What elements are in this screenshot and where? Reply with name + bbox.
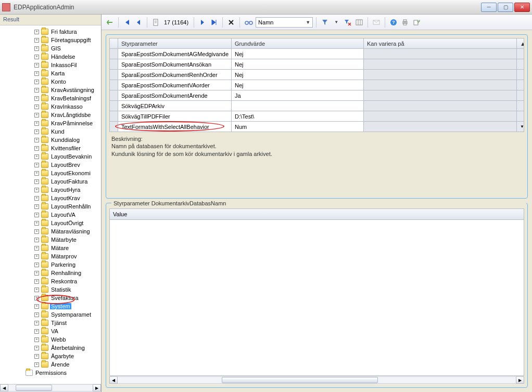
expand-icon[interactable]: + xyxy=(34,88,39,93)
value-header[interactable]: Value xyxy=(109,208,524,220)
tree-item[interactable]: +Kund xyxy=(2,127,101,136)
funnel-dropdown-icon[interactable]: ▼ xyxy=(331,17,341,28)
tree-item[interactable]: +Tjänst xyxy=(2,319,101,327)
expand-icon[interactable]: + xyxy=(34,354,39,359)
cell-grundvarde[interactable]: Num xyxy=(232,122,364,132)
expand-icon[interactable]: + xyxy=(34,196,39,201)
cell-kanvariera[interactable] xyxy=(364,90,517,101)
expand-icon[interactable]: + xyxy=(34,296,39,300)
cell-grundvarde[interactable]: Nej xyxy=(232,80,364,90)
scroll-thumb[interactable] xyxy=(16,385,52,391)
expand-icon[interactable]: + xyxy=(34,30,39,34)
tree-item[interactable]: +Karta xyxy=(2,69,101,77)
expand-icon[interactable]: + xyxy=(34,321,39,325)
scroll-right-button[interactable]: ▶ xyxy=(516,376,524,384)
row-selector[interactable] xyxy=(110,70,118,80)
expand-icon[interactable]: + xyxy=(34,246,39,251)
scroll-left-button[interactable]: ◀ xyxy=(109,376,118,384)
grid-row[interactable]: SparaEpostSomDokumentAGMedgivandeNej xyxy=(110,49,524,59)
tree-item[interactable]: +System xyxy=(2,302,101,310)
filter-combo[interactable]: Namn ▼ xyxy=(256,17,313,28)
help-icon[interactable]: ? xyxy=(388,17,399,28)
expand-icon[interactable]: + xyxy=(34,63,39,68)
expand-icon[interactable]: + xyxy=(34,38,39,43)
cell-kanvariera[interactable] xyxy=(364,101,517,111)
tree-item[interactable]: +Kunddialog xyxy=(2,136,101,144)
funnel-icon[interactable] xyxy=(320,17,330,28)
sidebar-h-scrollbar[interactable]: ◀ ▶ xyxy=(0,384,101,392)
row-selector[interactable] xyxy=(110,111,118,122)
grid-scroll-down[interactable]: ▼ xyxy=(517,122,524,132)
tree-item[interactable]: +Ägarbyte xyxy=(2,352,101,360)
grid-scroll-track[interactable] xyxy=(517,59,524,70)
maximize-button[interactable]: ▢ xyxy=(498,3,513,12)
cell-grundvarde[interactable]: D:\Test\ xyxy=(232,111,364,122)
expand-icon[interactable]: + xyxy=(34,254,39,259)
tree-item[interactable]: +Mätarprov xyxy=(2,252,101,260)
delete-icon[interactable] xyxy=(226,17,236,28)
expand-icon[interactable]: + xyxy=(34,188,39,192)
funnel-clear-icon[interactable] xyxy=(343,17,353,28)
scroll-track[interactable] xyxy=(8,384,93,391)
tree-item[interactable]: +LayoutEkonomi xyxy=(2,169,101,177)
columns-icon[interactable] xyxy=(354,17,364,28)
tree-item[interactable]: +VA xyxy=(2,327,101,335)
nav-prev-icon[interactable] xyxy=(133,17,144,28)
nav-last-icon[interactable] xyxy=(209,17,219,28)
row-selector[interactable] xyxy=(110,49,118,59)
grid-corner[interactable] xyxy=(110,38,118,49)
expand-icon[interactable]: + xyxy=(34,263,39,267)
tree-item[interactable]: +GIS xyxy=(2,44,101,53)
expand-icon[interactable]: + xyxy=(34,288,39,292)
value-h-scrollbar[interactable]: ◀ ▶ xyxy=(109,376,524,384)
cell-styrparameter[interactable]: SparaEpostSomDokumentAGMedgivande xyxy=(118,49,232,59)
grid-header-grundvarde[interactable]: Grundvärde xyxy=(232,38,364,49)
tree-item[interactable]: +Ärende xyxy=(2,360,101,369)
cell-grundvarde[interactable]: Ja xyxy=(232,90,364,101)
tree-item[interactable]: +LayoutRenhålln xyxy=(2,202,101,211)
cell-styrparameter[interactable]: SparaEpostSomDokumentAnsökan xyxy=(118,59,232,70)
tree-item[interactable]: +LayoutÖvrigt xyxy=(2,219,101,227)
expand-icon[interactable]: + xyxy=(34,46,39,51)
tree-item[interactable]: +Fri faktura xyxy=(2,28,101,36)
nav-first-icon[interactable] xyxy=(122,17,132,28)
cell-kanvariera[interactable] xyxy=(364,70,517,80)
expand-icon[interactable]: + xyxy=(34,55,39,59)
cell-grundvarde[interactable]: Nej xyxy=(232,59,364,70)
tree-item[interactable]: +Svefaktura xyxy=(2,294,101,302)
grid-row[interactable]: SökvägEDPArkiv xyxy=(110,101,524,111)
cell-styrparameter[interactable]: TextFormatsWithSelectAllBehavior xyxy=(118,122,232,132)
expand-icon[interactable]: + xyxy=(34,154,39,159)
tree-item[interactable]: +Webb xyxy=(2,335,101,344)
close-button[interactable]: ✕ xyxy=(514,3,530,12)
tree-item[interactable]: +Parkering xyxy=(2,260,101,269)
expand-icon[interactable]: + xyxy=(34,179,39,184)
row-selector[interactable] xyxy=(110,101,118,111)
scroll-right-button[interactable]: ▶ xyxy=(93,384,101,391)
grid-row[interactable]: TextFormatsWithSelectAllBehaviorNum▼ xyxy=(110,122,524,132)
tree-item[interactable]: +Renhallning xyxy=(2,269,101,277)
tree-item[interactable]: +LayoutBrev xyxy=(2,161,101,169)
back-icon[interactable] xyxy=(105,17,115,28)
grid-row[interactable]: SparaEpostSomDokumentAnsökanNej xyxy=(110,59,524,70)
expand-icon[interactable]: + xyxy=(34,279,39,284)
grid-row[interactable]: SparaEpostSomDokumentRenhOrderNej xyxy=(110,70,524,80)
tree-item[interactable]: +LayoutFaktura xyxy=(2,177,101,186)
scroll-left-button[interactable]: ◀ xyxy=(0,384,8,391)
cell-grundvarde[interactable]: Nej xyxy=(232,49,364,59)
grid-row[interactable]: SökvägTillPDFFilerD:\Test\ xyxy=(110,111,524,122)
expand-icon[interactable]: + xyxy=(34,329,39,334)
cell-kanvariera[interactable] xyxy=(364,59,517,70)
minimize-button[interactable]: ─ xyxy=(481,3,497,12)
nav-next-icon[interactable] xyxy=(197,17,208,28)
tree-item[interactable]: +LayoutBevaknin xyxy=(2,152,101,161)
tree-item[interactable]: +KravBetalningsf xyxy=(2,94,101,102)
grid-header-kanvariera[interactable]: Kan variera på xyxy=(364,38,517,49)
cell-styrparameter[interactable]: SparaEpostSomDokumentRenhOrder xyxy=(118,70,232,80)
cell-kanvariera[interactable] xyxy=(364,111,517,122)
cell-kanvariera[interactable] xyxy=(364,80,517,90)
cell-styrparameter[interactable]: SökvägEDPArkiv xyxy=(118,101,232,111)
tree-item[interactable]: +Återbetalning xyxy=(2,344,101,352)
tree-item[interactable]: +Systemparamet xyxy=(2,310,101,319)
tree-item[interactable]: +Kvittensfiler xyxy=(2,144,101,152)
